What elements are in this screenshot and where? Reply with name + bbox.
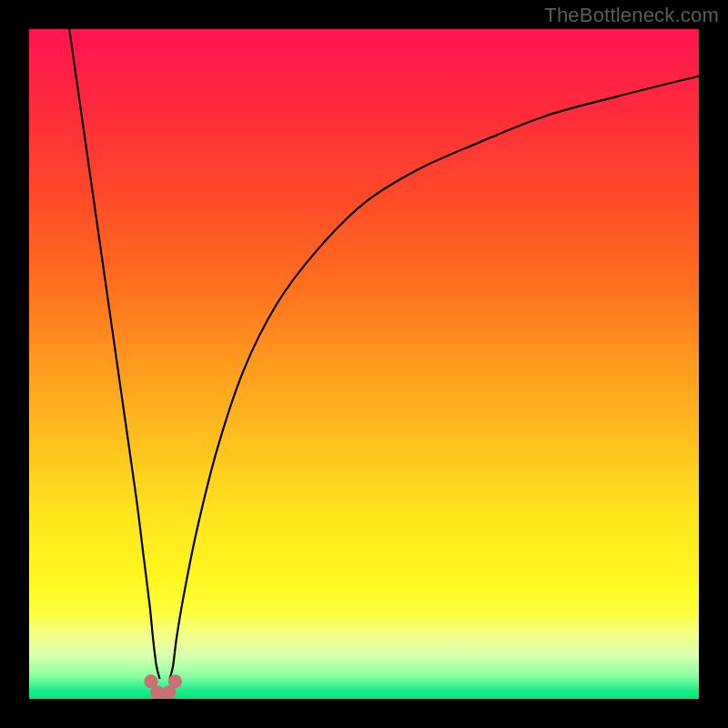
gradient-background — [29, 29, 699, 699]
marker-dot — [168, 674, 182, 688]
attribution-text: TheBottleneck.com — [544, 4, 719, 27]
chart-plot-area — [29, 29, 699, 699]
chart-svg — [29, 29, 699, 699]
